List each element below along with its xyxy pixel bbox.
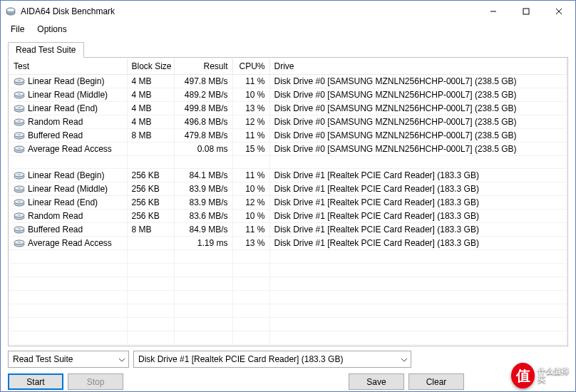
drive-cell: Disk Drive #1 [Realtek PCIE Card Reader]… — [269, 210, 567, 223]
block-size-cell: 256 KB — [127, 196, 174, 210]
table-row[interactable]: Linear Read (Middle)4 MB489.2 MB/s10 %Di… — [9, 88, 567, 102]
test-suite-select[interactable]: Read Test Suite — [8, 351, 129, 368]
drive-cell: Disk Drive #0 [SAMSUNG MZNLN256HCHP-000L… — [269, 143, 567, 156]
menubar: File Options — [1, 22, 575, 36]
save-button[interactable]: Save — [349, 373, 404, 390]
drive-cell: Disk Drive #0 [SAMSUNG MZNLN256HCHP-000L… — [269, 75, 567, 88]
block-size-cell: 256 KB — [127, 169, 174, 182]
chevron-down-icon — [118, 354, 125, 364]
disk-icon — [14, 212, 25, 220]
col-header-result[interactable]: Result — [174, 58, 232, 75]
test-name: Buffered Read — [28, 225, 83, 234]
disk-icon — [14, 91, 25, 99]
app-icon — [5, 6, 16, 17]
drive-select[interactable]: Disk Drive #1 [Realtek PCIE Card Reader]… — [133, 351, 411, 368]
svg-point-15 — [18, 107, 21, 108]
disk-icon — [14, 198, 25, 207]
svg-point-36 — [18, 215, 21, 216]
test-name: Linear Read (End) — [28, 197, 98, 207]
table-row[interactable]: Buffered Read8 MB84.9 MB/s11 %Disk Drive… — [9, 223, 567, 237]
test-name: Linear Read (End) — [28, 103, 98, 113]
results-table: Test Block Size Result CPU% Drive Linear… — [9, 58, 567, 345]
result-cell: 499.8 MB/s — [174, 102, 232, 115]
disk-icon — [14, 104, 25, 113]
col-header-drive[interactable]: Drive — [269, 58, 567, 75]
result-cell: 496.8 MB/s — [174, 115, 232, 129]
table-row[interactable]: Linear Read (Begin)4 MB497.8 MB/s11 %Dis… — [9, 75, 567, 88]
cpu-cell: 11 % — [232, 169, 269, 182]
drive-cell: Disk Drive #0 [SAMSUNG MZNLN256HCHP-000L… — [269, 88, 567, 102]
menu-options[interactable]: Options — [31, 23, 72, 36]
svg-point-24 — [18, 148, 21, 149]
drive-cell: Disk Drive #1 [Realtek PCIE Card Reader]… — [269, 223, 567, 237]
drive-select-value: Disk Drive #1 [Realtek PCIE Card Reader]… — [138, 354, 343, 364]
minimize-button[interactable] — [477, 1, 510, 22]
block-size-cell: 256 KB — [127, 182, 174, 196]
block-size-cell: 8 MB — [127, 129, 174, 143]
drive-cell: Disk Drive #1 [Realtek PCIE Card Reader]… — [269, 237, 567, 250]
table-row — [9, 304, 567, 318]
table-row[interactable]: Average Read Access0.08 ms15 %Disk Drive… — [9, 143, 567, 156]
cpu-cell: 10 % — [232, 88, 269, 102]
result-cell: 0.08 ms — [174, 143, 232, 156]
table-row — [9, 291, 567, 304]
clear-button[interactable]: Clear — [408, 373, 464, 390]
table-row — [9, 250, 567, 264]
col-header-cpu[interactable]: CPU% — [232, 58, 269, 75]
svg-point-12 — [18, 93, 21, 95]
cpu-cell: 13 % — [232, 102, 269, 115]
results-panel: Test Block Size Result CPU% Drive Linear… — [8, 57, 568, 346]
start-button[interactable]: Start — [8, 373, 63, 390]
disk-icon — [14, 185, 25, 193]
test-name: Linear Read (Middle) — [28, 90, 108, 100]
table-row[interactable]: Buffered Read8 MB479.8 MB/s11 %Disk Driv… — [9, 129, 567, 143]
result-cell: 489.2 MB/s — [174, 88, 232, 102]
test-name: Buffered Read — [28, 130, 83, 140]
cpu-cell: 13 % — [232, 237, 269, 250]
disk-icon — [14, 225, 25, 234]
cpu-cell: 12 % — [232, 196, 269, 210]
chevron-down-icon — [401, 354, 408, 364]
table-row[interactable]: Random Read4 MB496.8 MB/s12 %Disk Drive … — [9, 115, 567, 129]
test-suite-value: Read Test Suite — [13, 354, 73, 364]
table-row[interactable]: Linear Read (Middle)256 KB83.9 MB/s10 %D… — [9, 182, 567, 196]
cpu-cell: 10 % — [232, 182, 269, 196]
table-row[interactable]: Average Read Access1.19 ms13 %Disk Drive… — [9, 237, 567, 250]
test-name: Average Read Access — [28, 238, 112, 248]
cpu-cell: 12 % — [232, 115, 269, 129]
svg-point-2 — [6, 8, 15, 12]
table-row — [9, 264, 567, 277]
maximize-button[interactable] — [510, 1, 542, 22]
close-button[interactable] — [542, 1, 575, 22]
disk-icon — [14, 77, 25, 86]
table-row[interactable]: Random Read256 KB83.6 MB/s10 %Disk Drive… — [9, 210, 567, 223]
drive-cell: Disk Drive #0 [SAMSUNG MZNLN256HCHP-000L… — [269, 129, 567, 143]
drive-cell: Disk Drive #1 [Realtek PCIE Card Reader]… — [269, 169, 567, 182]
table-row — [9, 277, 567, 291]
block-size-cell: 4 MB — [127, 88, 174, 102]
table-row[interactable]: Linear Read (Begin)256 KB84.1 MB/s11 %Di… — [9, 169, 567, 182]
svg-point-30 — [18, 187, 21, 189]
result-cell: 84.9 MB/s — [174, 223, 232, 237]
table-row[interactable]: Linear Read (End)4 MB499.8 MB/s13 %Disk … — [9, 102, 567, 115]
table-row[interactable]: Linear Read (End)256 KB83.9 MB/s12 %Disk… — [9, 196, 567, 210]
disk-icon — [14, 131, 25, 140]
drive-cell: Disk Drive #0 [SAMSUNG MZNLN256HCHP-000L… — [269, 115, 567, 129]
window-title: AIDA64 Disk Benchmark — [21, 6, 477, 16]
result-cell: 83.6 MB/s — [174, 210, 232, 223]
col-header-test[interactable]: Test — [9, 58, 127, 75]
drive-cell: Disk Drive #1 [Realtek PCIE Card Reader]… — [269, 196, 567, 210]
drive-cell: Disk Drive #1 [Realtek PCIE Card Reader]… — [269, 182, 567, 196]
svg-point-9 — [18, 80, 21, 81]
table-row[interactable] — [9, 156, 567, 169]
test-name: Linear Read (Middle) — [28, 184, 108, 194]
result-cell: 479.8 MB/s — [174, 129, 232, 143]
menu-file[interactable]: File — [5, 23, 30, 36]
result-cell: 83.9 MB/s — [174, 196, 232, 210]
tab-read-test-suite[interactable]: Read Test Suite — [8, 42, 84, 58]
col-header-block-size[interactable]: Block Size — [127, 58, 174, 75]
result-cell: 84.1 MB/s — [174, 169, 232, 182]
test-name: Random Read — [28, 211, 83, 221]
disk-icon — [14, 118, 25, 126]
cpu-cell: 11 % — [232, 129, 269, 143]
